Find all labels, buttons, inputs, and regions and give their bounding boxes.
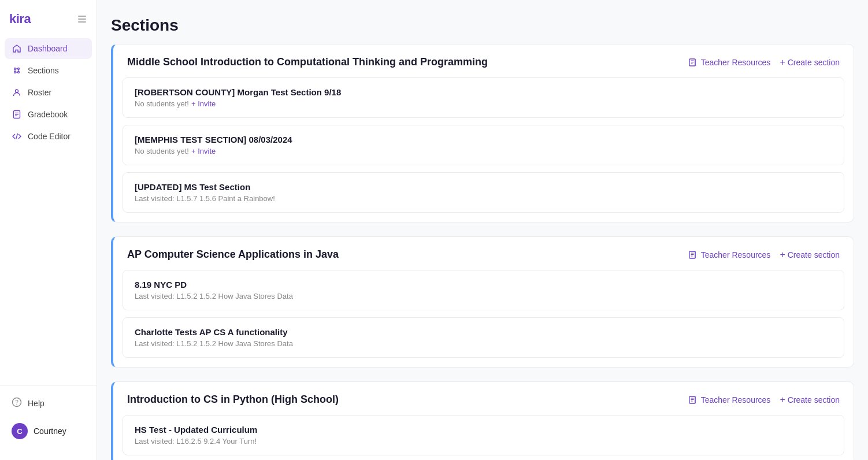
main-content: Sections Middle School Introduction to C… xyxy=(97,0,868,460)
code-editor-label: Code Editor xyxy=(28,132,71,141)
svg-point-3 xyxy=(14,68,16,70)
app-logo: kira xyxy=(9,12,31,27)
gradebook-label: Gradebook xyxy=(28,110,68,119)
sections-list-3: HS Test - Updated CurriculumLast visited… xyxy=(113,415,854,460)
invite-link[interactable]: + Invite xyxy=(191,99,216,108)
course-actions-1: Teacher Resources + Create section xyxy=(688,57,840,68)
sidebar-toggle-button[interactable] xyxy=(77,14,87,24)
plus-icon: + xyxy=(780,395,785,405)
section-item[interactable]: Charlotte Tests AP CS A functionalityLas… xyxy=(123,317,844,358)
sidebar-item-dashboard[interactable]: Dashboard xyxy=(5,38,92,59)
svg-point-5 xyxy=(14,72,16,73)
sections-label: Sections xyxy=(28,66,59,75)
roster-label: Roster xyxy=(28,88,51,97)
sidebar-item-code-editor[interactable]: Code Editor xyxy=(5,126,92,147)
section-name: Charlotte Tests AP CS A functionality xyxy=(135,327,832,337)
section-item[interactable]: [UPDATED] MS Test SectionLast visited: L… xyxy=(123,172,844,213)
help-button[interactable]: ? Help xyxy=(9,392,87,414)
course-card-1: Middle School Introduction to Computatio… xyxy=(111,44,854,222)
book-icon xyxy=(688,250,698,259)
sidebar-item-gradebook[interactable]: Gradebook xyxy=(5,104,92,125)
user-profile[interactable]: C Courtney xyxy=(9,418,87,444)
course-header-1: Middle School Introduction to Computatio… xyxy=(113,44,854,77)
section-meta: Last visited: L16.2.5 9.2.4 Your Turn! xyxy=(135,437,832,446)
create-section-button-2[interactable]: + Create section xyxy=(780,250,840,260)
svg-rect-0 xyxy=(78,16,86,17)
courses-container: Middle School Introduction to Computatio… xyxy=(111,44,854,460)
teacher-resources-button-1[interactable]: Teacher Resources xyxy=(688,58,771,67)
section-name: [MEMPHIS TEST SECTION] 08/03/2024 xyxy=(135,135,832,144)
invite-link[interactable]: + Invite xyxy=(191,147,216,155)
section-name: 8.19 NYC PD xyxy=(135,280,832,290)
dashboard-label: Dashboard xyxy=(28,44,68,53)
section-meta: Last visited: L1.5.2 1.5.2 How Java Stor… xyxy=(135,292,832,301)
svg-point-6 xyxy=(18,72,20,73)
svg-text:?: ? xyxy=(15,399,18,406)
section-name: HS Test - Updated Curriculum xyxy=(135,425,832,435)
section-item[interactable]: [MEMPHIS TEST SECTION] 08/03/2024No stud… xyxy=(123,125,844,165)
help-icon: ? xyxy=(12,397,22,409)
section-meta: No students yet!+ Invite xyxy=(135,99,832,108)
course-header-2: AP Computer Science Applications in Java… xyxy=(113,237,854,270)
user-avatar: C xyxy=(12,423,28,439)
home-icon xyxy=(12,43,22,54)
teacher-resources-button-3[interactable]: Teacher Resources xyxy=(688,395,771,405)
help-label: Help xyxy=(28,399,44,408)
section-item[interactable]: [ROBERTSON COUNTY] Morgan Test Section 9… xyxy=(123,77,844,118)
course-actions-3: Teacher Resources + Create section xyxy=(688,395,840,405)
roster-icon xyxy=(12,87,22,98)
sidebar-logo: kira xyxy=(0,9,97,38)
svg-point-11 xyxy=(16,90,18,92)
sidebar-item-roster[interactable]: Roster xyxy=(5,82,92,103)
plus-icon: + xyxy=(780,250,785,260)
create-section-button-1[interactable]: + Create section xyxy=(780,57,840,68)
section-meta: Last visited: L1.5.2 1.5.2 How Java Stor… xyxy=(135,339,832,348)
course-header-3: Introduction to CS in Python (High Schoo… xyxy=(113,382,854,415)
create-section-button-3[interactable]: + Create section xyxy=(780,395,840,405)
sidebar: kira Dashboard xyxy=(0,0,97,460)
section-item[interactable]: HS Test - Updated CurriculumLast visited… xyxy=(123,415,844,455)
section-item[interactable]: 8.19 NYC PDLast visited: L1.5.2 1.5.2 Ho… xyxy=(123,270,844,310)
sections-icon xyxy=(12,65,22,76)
teacher-resources-button-2[interactable]: Teacher Resources xyxy=(688,250,771,259)
sidebar-bottom: ? Help C Courtney xyxy=(0,385,97,451)
user-name: Courtney xyxy=(34,426,66,436)
plus-icon: + xyxy=(780,57,785,68)
section-name: [ROBERTSON COUNTY] Morgan Test Section 9… xyxy=(135,87,832,97)
sidebar-nav: Dashboard Sections xyxy=(0,38,97,385)
section-meta: No students yet!+ Invite xyxy=(135,147,832,155)
svg-point-4 xyxy=(18,68,20,70)
book-icon xyxy=(688,395,698,405)
section-name: [UPDATED] MS Test Section xyxy=(135,182,832,192)
course-title-1: Middle School Introduction to Computatio… xyxy=(127,56,488,68)
code-icon xyxy=(12,131,22,142)
svg-line-16 xyxy=(16,133,18,139)
section-meta: Last visited: L1.5.7 1.5.6 Paint a Rainb… xyxy=(135,194,832,203)
sections-list-1: [ROBERTSON COUNTY] Morgan Test Section 9… xyxy=(113,77,854,222)
course-card-3: Introduction to CS in Python (High Schoo… xyxy=(111,381,854,460)
page-title: Sections xyxy=(111,0,854,44)
gradebook-icon xyxy=(12,109,22,120)
course-title-3: Introduction to CS in Python (High Schoo… xyxy=(127,394,339,406)
course-card-2: AP Computer Science Applications in Java… xyxy=(111,236,854,368)
course-title-2: AP Computer Science Applications in Java xyxy=(127,248,339,261)
svg-rect-1 xyxy=(78,18,86,20)
book-icon xyxy=(688,58,698,67)
sidebar-item-sections[interactable]: Sections xyxy=(5,60,92,81)
svg-rect-2 xyxy=(78,21,86,23)
sections-list-2: 8.19 NYC PDLast visited: L1.5.2 1.5.2 Ho… xyxy=(113,270,854,367)
course-actions-2: Teacher Resources + Create section xyxy=(688,250,840,260)
